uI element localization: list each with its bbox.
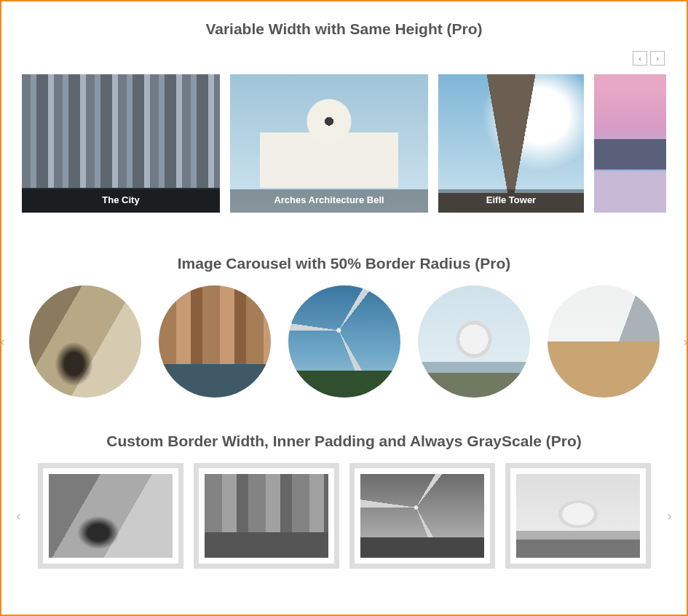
section-variable-width: Variable Width with Same Height (Pro) ‹ … xyxy=(22,20,666,213)
carousel-image xyxy=(594,74,666,213)
section-title: Variable Width with Same Height (Pro) xyxy=(22,20,666,38)
chevron-right-icon: › xyxy=(668,508,672,524)
chevron-right-icon: › xyxy=(656,54,659,63)
carousel-row: ‹ › xyxy=(22,463,666,569)
carousel-image xyxy=(49,474,173,558)
section-grayscale: Custom Border Width, Inner Padding and A… xyxy=(22,433,666,569)
chevron-left-icon: ‹ xyxy=(17,508,21,524)
carousel-item[interactable] xyxy=(505,463,651,569)
carousel-nav: ‹ › xyxy=(22,51,666,66)
carousel-image xyxy=(516,474,640,558)
carousel-caption: Eifle Tower xyxy=(438,189,584,213)
chevron-right-icon: › xyxy=(684,334,688,350)
carousel-caption: Arches Architecture Bell xyxy=(230,189,428,213)
carousel-caption: The City xyxy=(22,189,220,213)
carousel-next-button[interactable]: › xyxy=(661,508,679,525)
carousel-item[interactable]: Eifle Tower xyxy=(438,74,584,213)
carousel-prev-button[interactable]: ‹ xyxy=(10,508,28,525)
carousel-item[interactable] xyxy=(159,285,271,398)
carousel-item[interactable]: The City xyxy=(22,74,220,213)
carousel-next-button[interactable]: › xyxy=(650,51,665,66)
carousel-item[interactable] xyxy=(29,285,141,398)
section-title: Custom Border Width, Inner Padding and A… xyxy=(22,433,666,450)
carousel-item[interactable] xyxy=(194,463,339,569)
carousel-image xyxy=(205,474,328,558)
section-title: Image Carousel with 50% Border Radius (P… xyxy=(22,255,666,272)
carousel-item[interactable] xyxy=(349,463,495,569)
carousel-item[interactable] xyxy=(38,463,183,569)
carousel-image xyxy=(360,474,484,558)
carousel-item[interactable] xyxy=(418,285,530,398)
carousel-next-button[interactable]: › xyxy=(677,333,689,350)
carousel-item[interactable]: Arches Architecture Bell xyxy=(230,74,428,213)
carousel-track: The City Arches Architecture Bell Eifle … xyxy=(22,74,666,213)
chevron-left-icon: ‹ xyxy=(1,334,5,350)
carousel-prev-button[interactable]: ‹ xyxy=(633,51,647,66)
carousel-item[interactable] xyxy=(594,74,666,213)
section-border-radius: Image Carousel with 50% Border Radius (P… xyxy=(22,255,666,398)
carousel-item[interactable] xyxy=(547,285,660,398)
chevron-left-icon: ‹ xyxy=(638,54,641,63)
carousel-prev-button[interactable]: ‹ xyxy=(0,333,12,350)
carousel-row: ‹ › xyxy=(22,285,666,398)
carousel-item[interactable] xyxy=(288,285,400,398)
